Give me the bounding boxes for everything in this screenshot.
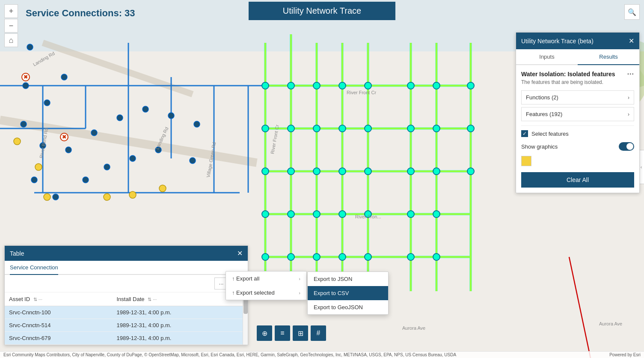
export-selected-arrow: › (299, 290, 300, 295)
unt-result-title-row: Water Isolation: Isolated features ··· (521, 70, 634, 78)
cell-install-date: 1989-12-31, 4:00 p.m. (113, 319, 248, 332)
context-menu-export-selected[interactable]: ↑ Export selected › (226, 286, 306, 300)
svg-point-61 (339, 168, 346, 175)
svg-point-79 (433, 254, 440, 260)
svg-point-45 (339, 82, 346, 89)
svg-point-108 (159, 185, 166, 192)
table-body: Srvc-Cnnctn-100 1989-12-31, 4:00 p.m. Sr… (5, 306, 248, 345)
svg-point-58 (262, 168, 269, 175)
table-scrollbar[interactable] (243, 292, 248, 345)
table-toolbar: ··· ⊞ (5, 275, 248, 292)
clear-all-button[interactable]: Clear All (521, 172, 634, 188)
tab-inputs[interactable]: Inputs (516, 49, 578, 65)
submenu-export-geojson[interactable]: Export to GeoJSON (308, 300, 388, 314)
svg-point-84 (21, 121, 27, 127)
unt-panel-header: Utility Network Trace (beta) ✕ (516, 33, 639, 49)
svg-point-87 (53, 194, 59, 200)
svg-point-48 (433, 82, 440, 89)
unt-panel: Utility Network Trace (beta) ✕ Inputs Re… (516, 32, 640, 193)
layer-button-3[interactable]: ⊞ (293, 325, 308, 341)
svg-point-59 (288, 168, 294, 175)
export-all-label: ↑ Export all (232, 275, 259, 282)
table-container: Asset ID ⇅ ··· Install Date ⇅ ··· Srvc-C… (5, 292, 248, 345)
search-icon: 🔍 (628, 8, 636, 16)
map-layer-buttons: ⊕ ≡ ⊞ # (257, 325, 326, 341)
col-install-date-sort[interactable]: ⇅ ··· (148, 297, 157, 302)
home-button[interactable]: ⌂ (4, 33, 18, 47)
unt-content: Water Isolation: Isolated features ··· T… (516, 65, 639, 193)
cell-asset-id: Srvc-Cnnctn-514 (5, 319, 113, 332)
layer-icon-4: # (317, 329, 321, 337)
svg-point-80 (27, 44, 33, 50)
svg-point-62 (365, 168, 371, 175)
svg-point-95 (117, 115, 123, 121)
table-row[interactable]: Srvc-Cnnctn-514 1989-12-31, 4:00 p.m. (5, 319, 248, 332)
layer-button-1[interactable]: ⊕ (257, 325, 272, 341)
svg-point-49 (467, 82, 474, 89)
submenu-export-csv[interactable]: Export to CSV (308, 286, 388, 300)
svg-point-42 (262, 82, 269, 89)
svg-point-70 (365, 211, 371, 218)
table-row[interactable]: Srvc-Cnnctn-100 1989-12-31, 4:00 p.m. (5, 306, 248, 319)
data-table: Asset ID ⇅ ··· Install Date ⇅ ··· Srvc-C… (5, 292, 248, 345)
search-button[interactable]: 🔍 (624, 4, 640, 20)
export-all-arrow: › (299, 276, 300, 281)
unt-panel-close-button[interactable]: ✕ (629, 37, 634, 45)
zoom-in-button[interactable]: + (4, 4, 18, 18)
accordion-features: Features (192) › (521, 107, 634, 121)
svg-point-50 (262, 125, 269, 132)
accordion-functions-header[interactable]: Functions (2) › (522, 91, 634, 104)
svg-point-101 (60, 133, 68, 141)
svg-point-82 (23, 83, 29, 89)
svg-point-54 (365, 125, 371, 132)
zoom-out-button[interactable]: − (4, 19, 18, 33)
layer-button-4[interactable]: # (311, 325, 326, 341)
attribution-bar: Esri Community Maps Contributors, City o… (0, 351, 644, 358)
table-panel: Table ✕ Service Connection ··· ⊞ Asset I… (4, 245, 248, 345)
svg-point-76 (339, 254, 346, 260)
cell-install-date: 1989-12-31, 4:00 p.m. (113, 332, 248, 345)
table-close-button[interactable]: ✕ (237, 249, 243, 257)
svg-point-73 (262, 254, 269, 260)
svg-point-69 (339, 211, 346, 218)
svg-point-94 (91, 130, 97, 136)
table-panel-header: Table ✕ (5, 246, 248, 261)
svg-point-86 (31, 177, 37, 183)
svg-point-99 (22, 73, 30, 81)
svg-point-64 (433, 168, 440, 175)
svg-point-96 (142, 106, 148, 112)
accordion-functions-arrow: › (628, 95, 629, 101)
color-swatch[interactable] (521, 156, 531, 166)
table-tab-service-connection[interactable]: Service Connection (10, 261, 58, 275)
unt-more-button[interactable]: ··· (627, 70, 634, 78)
submenu-export-json[interactable]: Export to JSON (308, 272, 388, 286)
svg-point-98 (194, 121, 200, 127)
service-connections-label: Service Connections: 33 (26, 8, 135, 19)
svg-point-88 (83, 177, 89, 183)
select-features-checkbox[interactable]: ✓ (521, 130, 528, 137)
accordion-features-arrow: › (628, 111, 629, 117)
context-menu-export-all[interactable]: ↑ Export all › (226, 271, 306, 286)
col-asset-id-sort[interactable]: ⇅ ··· (33, 297, 42, 302)
svg-point-65 (467, 168, 474, 175)
show-graphics-row: Show graphics (521, 142, 634, 151)
svg-text:Landing Rd: Landing Rd (32, 51, 56, 67)
svg-text:River Fron...: River Fron... (355, 214, 381, 219)
show-graphics-toggle[interactable] (619, 142, 634, 151)
cell-asset-id: Srvc-Cnnctn-100 (5, 306, 113, 319)
layer-button-2[interactable]: ≡ (275, 325, 290, 341)
svg-point-43 (288, 82, 294, 89)
tab-results[interactable]: Results (578, 49, 639, 65)
svg-point-72 (433, 211, 440, 218)
svg-point-107 (129, 191, 136, 198)
svg-text:River Front Cr: River Front Cr (347, 90, 376, 95)
svg-text:Landing Rd: Landing Rd (154, 126, 169, 150)
svg-text:✕: ✕ (62, 134, 66, 139)
powered-by: Powered by Esri (609, 352, 641, 357)
table-row[interactable]: Srvc-Cnnctn-679 1989-12-31, 4:00 p.m. (5, 332, 248, 345)
accordion-functions-label: Functions (2) (526, 94, 558, 101)
table-header-row: Asset ID ⇅ ··· Install Date ⇅ ··· (5, 292, 248, 306)
svg-point-66 (262, 211, 269, 218)
toggle-knob (626, 143, 633, 150)
accordion-features-header[interactable]: Features (192) › (522, 107, 634, 121)
